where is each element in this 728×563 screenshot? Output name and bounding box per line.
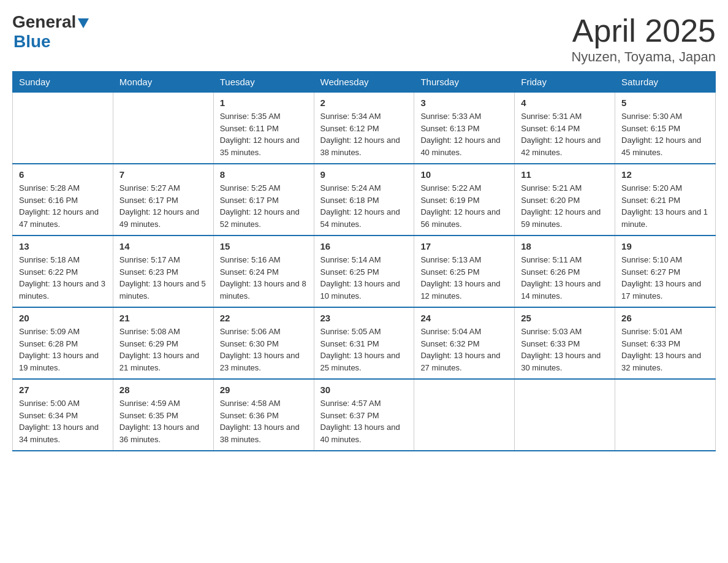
calendar-title-block: April 2025 Nyuzen, Toyama, Japan bbox=[571, 12, 716, 65]
calendar-cell bbox=[414, 379, 515, 451]
day-info: Sunrise: 5:20 AMSunset: 6:21 PMDaylight:… bbox=[621, 182, 709, 230]
day-info: Sunrise: 4:58 AMSunset: 6:36 PMDaylight:… bbox=[220, 397, 308, 445]
day-info: Sunrise: 5:28 AMSunset: 6:16 PMDaylight:… bbox=[19, 182, 107, 230]
day-info: Sunrise: 4:57 AMSunset: 6:37 PMDaylight:… bbox=[320, 397, 408, 445]
calendar-cell bbox=[13, 93, 113, 164]
calendar-cell: 19Sunrise: 5:10 AMSunset: 6:27 PMDayligh… bbox=[615, 236, 716, 307]
day-info: Sunrise: 5:11 AMSunset: 6:26 PMDaylight:… bbox=[521, 254, 609, 302]
day-number: 8 bbox=[220, 169, 308, 180]
calendar-cell: 7Sunrise: 5:27 AMSunset: 6:17 PMDaylight… bbox=[113, 164, 213, 236]
day-number: 10 bbox=[420, 169, 508, 180]
calendar-cell: 18Sunrise: 5:11 AMSunset: 6:26 PMDayligh… bbox=[515, 236, 615, 307]
calendar-cell: 21Sunrise: 5:08 AMSunset: 6:29 PMDayligh… bbox=[113, 307, 213, 379]
calendar-cell: 27Sunrise: 5:00 AMSunset: 6:34 PMDayligh… bbox=[13, 379, 113, 451]
day-info: Sunrise: 5:27 AMSunset: 6:17 PMDaylight:… bbox=[119, 182, 207, 230]
col-wednesday: Wednesday bbox=[314, 72, 414, 93]
day-number: 1 bbox=[220, 98, 308, 108]
day-number: 28 bbox=[119, 385, 207, 395]
col-monday: Monday bbox=[113, 72, 213, 93]
calendar-title: April 2025 bbox=[571, 12, 716, 49]
page-header: General Blue April 2025 Nyuzen, Toyama, … bbox=[12, 12, 716, 65]
calendar-week-row: 13Sunrise: 5:18 AMSunset: 6:22 PMDayligh… bbox=[13, 236, 716, 307]
calendar-cell: 6Sunrise: 5:28 AMSunset: 6:16 PMDaylight… bbox=[13, 164, 113, 236]
calendar-cell: 8Sunrise: 5:25 AMSunset: 6:17 PMDaylight… bbox=[213, 164, 314, 236]
calendar-cell: 1Sunrise: 5:35 AMSunset: 6:11 PMDaylight… bbox=[213, 93, 314, 164]
calendar-subtitle: Nyuzen, Toyama, Japan bbox=[571, 49, 716, 65]
day-number: 18 bbox=[521, 241, 609, 251]
logo-triangle-icon bbox=[78, 18, 89, 28]
day-info: Sunrise: 5:03 AMSunset: 6:33 PMDaylight:… bbox=[521, 326, 609, 373]
calendar-header-row: Sunday Monday Tuesday Wednesday Thursday… bbox=[13, 72, 716, 93]
day-info: Sunrise: 5:21 AMSunset: 6:20 PMDaylight:… bbox=[521, 182, 609, 230]
day-number: 20 bbox=[19, 313, 107, 323]
day-info: Sunrise: 5:10 AMSunset: 6:27 PMDaylight:… bbox=[621, 254, 709, 302]
calendar-cell: 11Sunrise: 5:21 AMSunset: 6:20 PMDayligh… bbox=[515, 164, 615, 236]
day-info: Sunrise: 5:09 AMSunset: 6:28 PMDaylight:… bbox=[19, 326, 107, 373]
day-number: 15 bbox=[220, 241, 308, 251]
calendar-cell: 23Sunrise: 5:05 AMSunset: 6:31 PMDayligh… bbox=[314, 307, 414, 379]
day-info: Sunrise: 5:22 AMSunset: 6:19 PMDaylight:… bbox=[420, 182, 508, 230]
day-number: 26 bbox=[621, 313, 709, 323]
day-info: Sunrise: 5:35 AMSunset: 6:11 PMDaylight:… bbox=[220, 110, 308, 158]
calendar-cell: 13Sunrise: 5:18 AMSunset: 6:22 PMDayligh… bbox=[13, 236, 113, 307]
calendar-cell: 9Sunrise: 5:24 AMSunset: 6:18 PMDaylight… bbox=[314, 164, 414, 236]
day-info: Sunrise: 5:04 AMSunset: 6:32 PMDaylight:… bbox=[420, 326, 508, 373]
day-info: Sunrise: 5:16 AMSunset: 6:24 PMDaylight:… bbox=[220, 254, 308, 302]
calendar-week-row: 27Sunrise: 5:00 AMSunset: 6:34 PMDayligh… bbox=[13, 379, 716, 451]
calendar-cell: 24Sunrise: 5:04 AMSunset: 6:32 PMDayligh… bbox=[414, 307, 515, 379]
day-number: 17 bbox=[420, 241, 508, 251]
calendar-week-row: 20Sunrise: 5:09 AMSunset: 6:28 PMDayligh… bbox=[13, 307, 716, 379]
calendar-cell: 25Sunrise: 5:03 AMSunset: 6:33 PMDayligh… bbox=[515, 307, 615, 379]
calendar-cell: 15Sunrise: 5:16 AMSunset: 6:24 PMDayligh… bbox=[213, 236, 314, 307]
day-number: 13 bbox=[19, 241, 107, 251]
day-number: 19 bbox=[621, 241, 709, 251]
day-info: Sunrise: 4:59 AMSunset: 6:35 PMDaylight:… bbox=[119, 397, 207, 445]
calendar-week-row: 1Sunrise: 5:35 AMSunset: 6:11 PMDaylight… bbox=[13, 93, 716, 164]
calendar-cell: 5Sunrise: 5:30 AMSunset: 6:15 PMDaylight… bbox=[615, 93, 716, 164]
calendar-cell: 10Sunrise: 5:22 AMSunset: 6:19 PMDayligh… bbox=[414, 164, 515, 236]
day-info: Sunrise: 5:24 AMSunset: 6:18 PMDaylight:… bbox=[320, 182, 408, 230]
day-number: 27 bbox=[19, 385, 107, 395]
logo-blue-text: Blue bbox=[13, 32, 51, 52]
calendar-cell: 12Sunrise: 5:20 AMSunset: 6:21 PMDayligh… bbox=[615, 164, 716, 236]
calendar-cell: 29Sunrise: 4:58 AMSunset: 6:36 PMDayligh… bbox=[213, 379, 314, 451]
day-info: Sunrise: 5:31 AMSunset: 6:14 PMDaylight:… bbox=[521, 110, 609, 158]
day-info: Sunrise: 5:18 AMSunset: 6:22 PMDaylight:… bbox=[19, 254, 107, 302]
day-number: 16 bbox=[320, 241, 408, 251]
day-number: 25 bbox=[521, 313, 609, 323]
calendar-cell: 30Sunrise: 4:57 AMSunset: 6:37 PMDayligh… bbox=[314, 379, 414, 451]
col-saturday: Saturday bbox=[615, 72, 716, 93]
calendar-cell: 16Sunrise: 5:14 AMSunset: 6:25 PMDayligh… bbox=[314, 236, 414, 307]
calendar-cell: 17Sunrise: 5:13 AMSunset: 6:25 PMDayligh… bbox=[414, 236, 515, 307]
day-info: Sunrise: 5:00 AMSunset: 6:34 PMDaylight:… bbox=[19, 397, 107, 445]
day-info: Sunrise: 5:17 AMSunset: 6:23 PMDaylight:… bbox=[119, 254, 207, 302]
logo-general-text: General bbox=[12, 12, 76, 32]
day-info: Sunrise: 5:06 AMSunset: 6:30 PMDaylight:… bbox=[220, 326, 308, 373]
day-number: 7 bbox=[119, 169, 207, 180]
col-sunday: Sunday bbox=[13, 72, 113, 93]
day-info: Sunrise: 5:30 AMSunset: 6:15 PMDaylight:… bbox=[621, 110, 709, 158]
day-number: 23 bbox=[320, 313, 408, 323]
calendar-cell: 20Sunrise: 5:09 AMSunset: 6:28 PMDayligh… bbox=[13, 307, 113, 379]
calendar-table: Sunday Monday Tuesday Wednesday Thursday… bbox=[12, 71, 716, 451]
calendar-cell bbox=[615, 379, 716, 451]
col-tuesday: Tuesday bbox=[213, 72, 314, 93]
day-info: Sunrise: 5:05 AMSunset: 6:31 PMDaylight:… bbox=[320, 326, 408, 373]
day-number: 4 bbox=[521, 98, 609, 108]
day-number: 24 bbox=[420, 313, 508, 323]
calendar-cell bbox=[515, 379, 615, 451]
day-number: 3 bbox=[420, 98, 508, 108]
day-number: 30 bbox=[320, 385, 408, 395]
calendar-cell: 22Sunrise: 5:06 AMSunset: 6:30 PMDayligh… bbox=[213, 307, 314, 379]
calendar-cell: 3Sunrise: 5:33 AMSunset: 6:13 PMDaylight… bbox=[414, 93, 515, 164]
day-number: 14 bbox=[119, 241, 207, 251]
day-info: Sunrise: 5:14 AMSunset: 6:25 PMDaylight:… bbox=[320, 254, 408, 302]
calendar-cell: 4Sunrise: 5:31 AMSunset: 6:14 PMDaylight… bbox=[515, 93, 615, 164]
day-number: 6 bbox=[19, 169, 107, 180]
day-number: 5 bbox=[621, 98, 709, 108]
day-number: 2 bbox=[320, 98, 408, 108]
day-info: Sunrise: 5:08 AMSunset: 6:29 PMDaylight:… bbox=[119, 326, 207, 373]
day-info: Sunrise: 5:33 AMSunset: 6:13 PMDaylight:… bbox=[420, 110, 508, 158]
logo: General Blue bbox=[12, 12, 89, 52]
calendar-cell: 14Sunrise: 5:17 AMSunset: 6:23 PMDayligh… bbox=[113, 236, 213, 307]
